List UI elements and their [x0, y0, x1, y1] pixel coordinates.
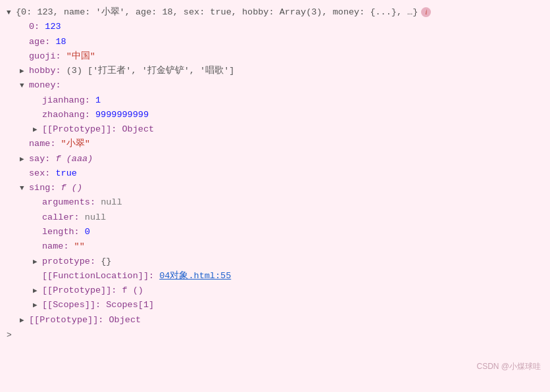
expand-icon[interactable]: [33, 197, 42, 208]
property-value: {}: [101, 255, 111, 269]
expand-icon[interactable]: [20, 80, 29, 91]
console-line: arguments: null: [7, 195, 543, 210]
prototype-entry: [[Prototype]]: f (): [42, 283, 143, 298]
watermark: CSDN @小煤球哇: [476, 361, 541, 372]
property-value: 1: [95, 93, 101, 108]
func-location-label: [[FunctionLocation]]:: [42, 269, 159, 283]
expand-icon[interactable]: [20, 36, 29, 48]
console-line: jianhang: 1: [7, 93, 543, 108]
expand-icon[interactable]: [20, 65, 29, 77]
console-panel: {0: 123, name: '小翠', age: 18, sex: true,…: [0, 0, 550, 381]
console-line: name: "小翠": [7, 137, 543, 151]
property-value: null: [85, 210, 106, 225]
expand-icon[interactable]: [20, 51, 29, 62]
console-line: guoji: "中国": [7, 49, 543, 64]
expand-icon[interactable]: [33, 124, 42, 135]
console-line: sex: true: [7, 166, 543, 181]
property-key: name:: [29, 137, 61, 151]
console-line: [[Prototype]]: Object: [7, 313, 543, 328]
property-value: "": [74, 239, 85, 254]
property-value: true: [56, 166, 77, 181]
expand-icon[interactable]: [20, 314, 29, 326]
expand-icon[interactable]: [33, 109, 42, 121]
expand-icon[interactable]: [33, 299, 42, 311]
property-key: arguments:: [42, 195, 101, 210]
console-line: [[Prototype]]: Object: [7, 122, 543, 137]
property-key: prototype:: [42, 255, 101, 269]
console-line: prototype: {}: [7, 255, 543, 269]
property-key: guoji:: [29, 49, 66, 64]
console-line: name: "": [7, 239, 543, 254]
expand-icon[interactable]: [33, 270, 42, 282]
property-key: say:: [29, 152, 56, 166]
info-badge: i: [421, 7, 431, 17]
property-key: caller:: [42, 210, 85, 225]
expand-icon[interactable]: [20, 153, 29, 165]
root-summary: {0: 123, name: '小翠', age: 18, sex: true,…: [16, 5, 418, 20]
console-line: [[FunctionLocation]]: 04对象.html:55: [7, 269, 543, 283]
property-key: zhaohang:: [42, 108, 95, 122]
property-key: hobby:: [29, 64, 66, 78]
property-value: null: [101, 195, 122, 210]
property-value: 18: [56, 35, 66, 49]
console-line: {0: 123, name: '小翠', age: 18, sex: true,…: [7, 5, 543, 20]
console-line: money:: [7, 78, 543, 93]
expand-icon[interactable]: [20, 21, 29, 33]
property-key: money:: [29, 78, 61, 93]
console-line: say: f (aaa): [7, 152, 543, 166]
property-key: age:: [29, 35, 56, 49]
property-value: 123: [45, 20, 61, 34]
property-key: sing:: [29, 181, 61, 195]
property-key: sex:: [29, 166, 56, 181]
expand-icon[interactable]: [33, 226, 42, 238]
console-line: sing: f (): [7, 181, 543, 195]
expand-icon[interactable]: [7, 7, 16, 18]
console-line: zhaohang: 9999999999: [7, 108, 543, 122]
expand-icon[interactable]: [33, 241, 42, 253]
property-value: f (aaa): [56, 152, 93, 166]
property-value: "小翠": [61, 137, 90, 151]
prototype-entry: [[Prototype]]: Object: [29, 313, 141, 328]
expand-icon[interactable]: [20, 138, 29, 150]
expand-icon[interactable]: [33, 285, 42, 297]
property-key: length:: [42, 225, 85, 239]
console-line: caller: null: [7, 210, 543, 225]
property-value: "中国": [66, 49, 95, 64]
scopes-entry: [[Scopes]]: Scopes[1]: [42, 298, 154, 312]
property-value: (3) ['打王者', '打金铲铲', '唱歌']: [66, 64, 235, 78]
console-line: age: 18: [7, 35, 543, 49]
expand-icon[interactable]: [33, 256, 42, 268]
property-key: name:: [42, 239, 74, 254]
expand-icon[interactable]: [33, 95, 42, 107]
console-line: hobby: (3) ['打王者', '打金铲铲', '唱歌']: [7, 64, 543, 78]
console-line: length: 0: [7, 225, 543, 239]
console-prompt: >: [7, 330, 543, 340]
console-line: 0: 123: [7, 20, 543, 34]
property-key: jianhang:: [42, 93, 95, 108]
func-location-link[interactable]: 04对象.html:55: [159, 269, 231, 283]
expand-icon[interactable]: [20, 168, 29, 180]
property-key: 0:: [29, 20, 45, 34]
console-line: [[Prototype]]: f (): [7, 283, 543, 298]
expand-icon[interactable]: [33, 212, 42, 224]
prototype-entry: [[Prototype]]: Object: [42, 122, 154, 137]
expand-icon[interactable]: [20, 182, 29, 194]
property-value: f (): [61, 181, 82, 195]
property-value: 9999999999: [95, 108, 149, 122]
console-line: [[Scopes]]: Scopes[1]: [7, 298, 543, 312]
property-value: 0: [85, 225, 90, 239]
